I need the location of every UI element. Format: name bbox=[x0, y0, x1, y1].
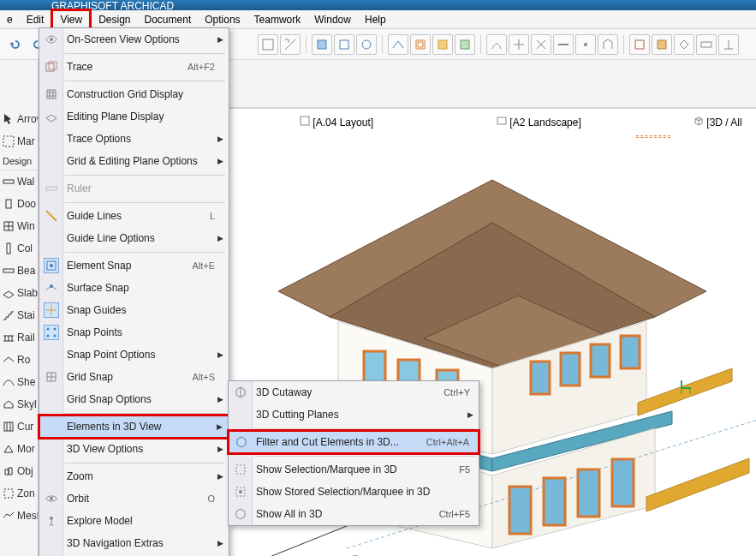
marquee-icon bbox=[2, 135, 15, 148]
submenu-filter-cut[interactable]: Filter and Cut Elements in 3D...Ctrl+Alt… bbox=[229, 431, 479, 453]
guide-lines-icon bbox=[44, 208, 59, 224]
menu-editing-plane[interactable]: Editing Plane Display bbox=[39, 105, 229, 128]
submenu-arrow-icon: ▶ bbox=[217, 395, 223, 404]
tool-beam[interactable]: Bea bbox=[0, 260, 38, 282]
menu-trace[interactable]: TraceAlt+F2 bbox=[39, 56, 229, 78]
tab-landscape[interactable]: [A2 Landscape] bbox=[497, 116, 693, 129]
submenu-3d-cutaway[interactable]: 3D CutawayCtrl+Y bbox=[229, 381, 479, 404]
zone-icon bbox=[2, 487, 15, 500]
svg-rect-1 bbox=[318, 40, 326, 49]
tab-layout[interactable]: [A.04 Layout] bbox=[300, 116, 497, 129]
tool-btn-7[interactable] bbox=[410, 34, 431, 55]
menu-grid-plane-options[interactable]: Grid & Editing Plane Options▶ bbox=[39, 150, 229, 172]
beam-icon bbox=[2, 264, 15, 278]
tool-rail[interactable]: Rail bbox=[0, 326, 38, 349]
tool-btn-5[interactable] bbox=[356, 34, 377, 55]
tool-skylight[interactable]: Skyl bbox=[0, 393, 38, 416]
svg-point-59 bbox=[50, 497, 53, 500]
menu-element-snap[interactable]: Element SnapAlt+E bbox=[39, 254, 229, 277]
menu-trace-options[interactable]: Trace Options▶ bbox=[39, 128, 229, 150]
tool-btn-4[interactable] bbox=[334, 34, 354, 55]
tool-slab[interactable]: Slab bbox=[0, 282, 38, 304]
menu-explore-model[interactable]: Explore Model bbox=[39, 510, 229, 532]
submenu-arrow-icon: ▶ bbox=[217, 539, 223, 547]
tab-layout-label: [A.04 Layout] bbox=[313, 117, 373, 129]
svg-point-57 bbox=[54, 335, 57, 338]
submenu-show-selection[interactable]: Show Selection/Marquee in 3DF5 bbox=[229, 458, 479, 481]
tool-btn-15[interactable] bbox=[598, 34, 618, 55]
menu-3d-view-options[interactable]: 3D View Options▶ bbox=[39, 438, 229, 460]
tool-btn-17[interactable] bbox=[652, 34, 672, 55]
menu-edit[interactable]: Edit bbox=[20, 11, 51, 28]
tool-object[interactable]: Obj bbox=[0, 460, 38, 482]
menu-help[interactable]: Help bbox=[358, 11, 393, 28]
submenu-show-all[interactable]: Show All in 3DCtrl+F5 bbox=[229, 503, 479, 525]
menu-ruler[interactable]: Ruler bbox=[39, 177, 229, 200]
tool-roof[interactable]: Ro bbox=[0, 349, 38, 371]
tool-curtain[interactable]: Cur bbox=[0, 416, 38, 438]
tool-window[interactable]: Win bbox=[0, 215, 38, 237]
menu-guide-line-options[interactable]: Guide Line Options▶ bbox=[39, 227, 229, 249]
menu-teamwork[interactable]: Teamwork bbox=[247, 11, 308, 28]
tool-marquee[interactable]: Mar bbox=[0, 130, 38, 152]
submenu-show-stored[interactable]: Show Stored Selection/Marquee in 3D bbox=[229, 481, 479, 503]
object-icon bbox=[2, 464, 15, 478]
plane-icon bbox=[44, 109, 59, 124]
menu-construction-grid[interactable]: Construction Grid Display bbox=[39, 83, 229, 105]
tool-btn-20[interactable] bbox=[718, 34, 739, 55]
menu-orbit[interactable]: OrbitO bbox=[39, 487, 229, 510]
tool-door[interactable]: Doo bbox=[0, 193, 38, 215]
menu-snap-points[interactable]: Snap Points bbox=[39, 321, 229, 344]
svg-rect-33 bbox=[531, 362, 550, 394]
menu-window[interactable]: Window bbox=[307, 11, 358, 28]
tool-btn-10[interactable] bbox=[486, 34, 507, 55]
tool-column[interactable]: Col bbox=[0, 237, 38, 260]
tab-3d-label: [3D / All bbox=[706, 117, 741, 129]
menu-on-screen-view-options[interactable]: On-Screen View Options▶ bbox=[39, 28, 229, 51]
tool-btn-18[interactable] bbox=[674, 34, 694, 55]
tool-btn-9[interactable] bbox=[455, 34, 475, 55]
tool-btn-13[interactable] bbox=[553, 34, 574, 55]
tool-stair[interactable]: Stai bbox=[0, 304, 38, 326]
column-icon bbox=[2, 242, 15, 255]
tool-btn-11[interactable] bbox=[509, 34, 529, 55]
tab-3d[interactable]: [3D / All bbox=[693, 116, 742, 129]
tool-shell[interactable]: She bbox=[0, 371, 38, 393]
svg-marker-29 bbox=[646, 458, 749, 511]
menu-file[interactable]: e bbox=[0, 11, 20, 28]
menu-surface-snap[interactable]: Surface Snap bbox=[39, 277, 229, 299]
svg-rect-61 bbox=[236, 465, 245, 474]
tool-btn-3[interactable] bbox=[312, 34, 332, 55]
menu-snap-guides[interactable]: Snap Guides bbox=[39, 299, 229, 321]
menu-elements-in-3d[interactable]: Elements in 3D View▶ bbox=[39, 416, 229, 438]
tool-mesh[interactable]: Mesh bbox=[0, 505, 38, 527]
svg-point-55 bbox=[54, 328, 57, 331]
undo-button[interactable] bbox=[5, 34, 26, 55]
menu-3d-nav-extras[interactable]: 3D Navigation Extras▶ bbox=[39, 532, 229, 554]
tool-btn-14[interactable] bbox=[575, 34, 596, 55]
tool-zone[interactable]: Zon bbox=[0, 482, 38, 505]
svg-rect-35 bbox=[591, 344, 610, 377]
menu-zoom[interactable]: Zoom▶ bbox=[39, 465, 229, 487]
svg-rect-11 bbox=[3, 136, 14, 146]
menu-bar: e Edit View Design Document Options Team… bbox=[0, 10, 756, 29]
menu-grid-snap[interactable]: Grid SnapAlt+S bbox=[39, 366, 229, 388]
tool-morph[interactable]: Mor bbox=[0, 438, 38, 460]
menu-guide-lines[interactable]: Guide LinesL bbox=[39, 205, 229, 227]
tool-btn-8[interactable] bbox=[432, 34, 453, 55]
tool-arrow[interactable]: Arrow bbox=[0, 108, 38, 130]
menu-document[interactable]: Document bbox=[138, 11, 199, 28]
tool-btn-1[interactable] bbox=[258, 34, 278, 55]
menu-options[interactable]: Options bbox=[198, 11, 247, 28]
menu-design[interactable]: Design bbox=[92, 11, 137, 28]
show-stored-icon bbox=[233, 484, 248, 499]
submenu-cutting-planes[interactable]: 3D Cutting Planes▶ bbox=[229, 404, 479, 426]
tool-btn-12[interactable] bbox=[531, 34, 551, 55]
menu-grid-snap-options[interactable]: Grid Snap Options▶ bbox=[39, 388, 229, 410]
menu-snap-point-options[interactable]: Snap Point Options▶ bbox=[39, 344, 229, 366]
tool-btn-6[interactable] bbox=[388, 34, 408, 55]
tool-btn-16[interactable] bbox=[629, 34, 650, 55]
tool-btn-19[interactable] bbox=[696, 34, 717, 55]
tool-btn-2[interactable] bbox=[280, 34, 301, 55]
tool-wall[interactable]: Wal bbox=[0, 170, 38, 193]
